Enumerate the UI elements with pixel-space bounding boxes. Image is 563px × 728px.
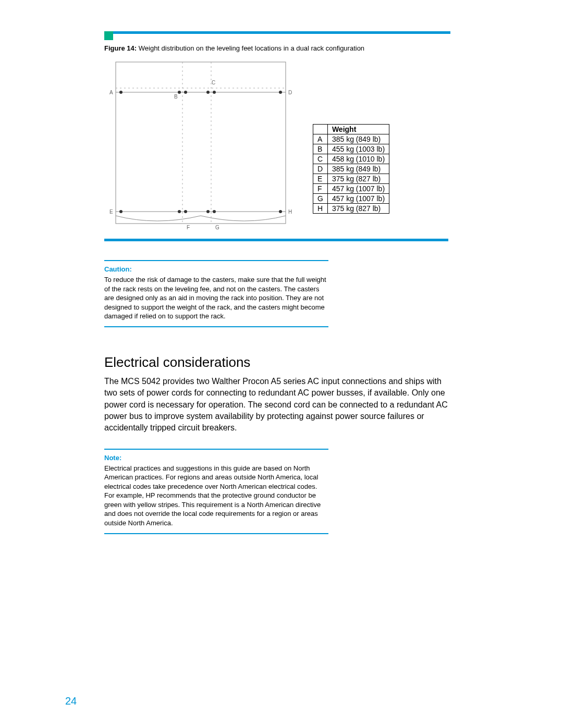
weight-distribution-diagram: A B C D E F G H: [104, 59, 297, 231]
svg-point-12: [119, 210, 123, 213]
svg-text:G: G: [215, 225, 219, 230]
figure-label: Figure 14:: [104, 44, 137, 52]
caution-box: Caution: To reduce the risk of damage to…: [104, 260, 328, 327]
table-row: E375 kg (827 lb): [313, 174, 389, 184]
table-row: H375 kg (827 lb): [313, 204, 389, 214]
svg-point-6: [119, 91, 123, 94]
note-body: Electrical practices and suggestions in …: [104, 464, 328, 528]
weight-table: Weight A385 kg (849 lb)B455 kg (1003 lb)…: [313, 124, 389, 214]
svg-point-11: [279, 91, 282, 94]
svg-text:D: D: [288, 90, 292, 95]
figure-caption-text: Weight distribution on the leveling feet…: [139, 44, 364, 52]
svg-point-7: [178, 91, 181, 94]
table-row: C458 kg (1010 lb): [313, 154, 389, 164]
svg-point-15: [206, 210, 210, 213]
svg-point-8: [184, 91, 187, 94]
table-row: A385 kg (849 lb): [313, 134, 389, 144]
table-row: D385 kg (849 lb): [313, 164, 389, 174]
svg-text:F: F: [187, 225, 190, 230]
section-rule: [104, 239, 448, 241]
note-label: Note:: [104, 454, 328, 462]
svg-point-10: [213, 91, 216, 94]
table-row: B455 kg (1003 lb): [313, 144, 389, 154]
page-number: 24: [65, 695, 77, 707]
svg-point-14: [184, 210, 187, 213]
note-box: Note: Electrical practices and suggestio…: [104, 449, 328, 534]
table-row: G457 kg (1007 lb): [313, 194, 389, 204]
svg-text:E: E: [109, 209, 113, 215]
svg-text:A: A: [109, 90, 113, 95]
table-row: F457 kg (1007 lb): [313, 184, 389, 194]
svg-text:B: B: [174, 94, 178, 100]
svg-point-9: [206, 91, 210, 94]
svg-text:H: H: [288, 209, 292, 215]
svg-rect-0: [116, 62, 286, 224]
section-heading: Electrical considerations: [104, 354, 521, 371]
svg-point-17: [279, 210, 282, 213]
caution-label: Caution:: [104, 265, 328, 273]
figure-caption: Figure 14: Weight distribution on the le…: [104, 44, 521, 52]
header-rule: [113, 31, 450, 34]
svg-point-13: [178, 210, 181, 213]
svg-text:C: C: [212, 80, 215, 85]
header-tab: [104, 31, 113, 40]
weight-header: Weight: [327, 125, 389, 134]
svg-point-16: [213, 210, 216, 213]
caution-body: To reduce the risk of damage to the cast…: [104, 275, 328, 321]
section-body: The MCS 5042 provides two Walther Procon…: [104, 376, 448, 434]
